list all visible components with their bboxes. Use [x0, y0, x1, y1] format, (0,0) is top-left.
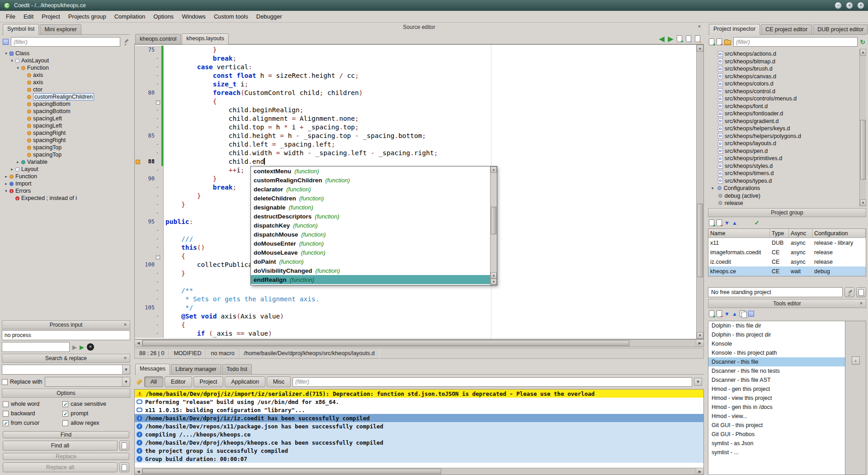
completion-item[interactable]: dispatchMouse(function): [251, 230, 490, 239]
filter-editor-button[interactable]: Editor: [165, 376, 192, 387]
tool-item[interactable]: Hmod - gen this project: [708, 385, 845, 394]
file-tree-item[interactable]: Dsrc/kheops/controls/menus.d: [708, 95, 866, 103]
message-row[interactable]: i/home/basile/Dev/dproj/kheops/kheops.ce…: [135, 438, 703, 446]
tree-expand-icon[interactable]: ▸: [9, 167, 15, 171]
maximize-icon[interactable]: +: [846, 2, 853, 9]
scroll-right-icon[interactable]: ▶: [696, 468, 703, 475]
tab-project-inspector[interactable]: Project inspector: [709, 24, 760, 35]
menu-custom-tools[interactable]: Custom tools: [210, 12, 252, 21]
file-tree-item[interactable]: Dsrc/kheops/canvas.d: [708, 73, 866, 81]
message-row[interactable]: icompiling /.../kheops/kheops.ce: [135, 430, 703, 438]
completion-item[interactable]: doMouseLeave(function): [251, 248, 490, 257]
symbol-tree-item[interactable]: ▸Variable: [2, 158, 130, 166]
file-tree-item[interactable]: Dsrc/kheops/actions.d: [708, 50, 866, 58]
project-row[interactable]: iz.coeditCEasyncrelease: [708, 257, 866, 266]
tool-item[interactable]: symlist - as Json: [708, 439, 845, 448]
add-folder-icon[interactable]: [724, 40, 731, 45]
completion-item[interactable]: deleteChildren(function): [251, 194, 490, 203]
replace-all-scope-icon[interactable]: [119, 462, 129, 472]
file-tree-item[interactable]: Dsrc/kheops/colors.d: [708, 80, 866, 88]
find-button[interactable]: Find: [3, 431, 129, 438]
scrollbar-thumb[interactable]: [491, 207, 496, 235]
go-back-icon[interactable]: ◀: [659, 35, 665, 42]
scrollbar-thumb[interactable]: [860, 120, 866, 180]
file-tree-item[interactable]: Dsrc/kheops/layouts.d: [708, 140, 866, 147]
code-line[interactable]: 88 child.end: [135, 157, 696, 166]
checkbox-icon[interactable]: [62, 420, 68, 426]
add-project-icon[interactable]: [709, 219, 714, 226]
tree-expand-icon[interactable]: ▸: [3, 181, 9, 186]
inspector-filter-input[interactable]: [733, 37, 858, 47]
remove-project-icon[interactable]: [717, 219, 722, 226]
tree-collapse-icon[interactable]: ▾: [710, 186, 715, 190]
project-row[interactable]: kheops.ceCEwaitdebug: [708, 266, 866, 276]
chevron-down-icon[interactable]: ▼: [122, 377, 130, 386]
configurations-node[interactable]: ▾⚙Configurations: [708, 185, 866, 192]
code-line[interactable]: · child.beginRealign;: [135, 106, 696, 114]
symbol-tree-item[interactable]: spacingBottom: [2, 100, 130, 108]
tool-item[interactable]: Dscanner - this file AST: [708, 375, 845, 385]
move-project-up-icon[interactable]: ▲: [732, 220, 737, 226]
tree-collapse-icon[interactable]: ▾: [3, 189, 9, 193]
menu-project[interactable]: Project: [38, 12, 64, 21]
menu-debugger[interactable]: Debugger: [252, 12, 286, 21]
move-project-down-icon[interactable]: ▼: [724, 220, 730, 226]
tree-expand-icon[interactable]: ▸: [15, 160, 21, 164]
tab-kheops-control[interactable]: kheops.control: [135, 34, 181, 44]
message-row[interactable]: !/home/basile/Dev/dproj/iz/import/iz/ser…: [135, 390, 703, 398]
file-tree-item[interactable]: Dsrc/kheops/helpers/keys.d: [708, 125, 866, 133]
symbol-tree-item[interactable]: spacingTop: [2, 144, 130, 151]
code-line[interactable]: 105 */: [135, 304, 696, 312]
close-search-panel-icon[interactable]: ×: [122, 355, 128, 361]
scroll-up-icon[interactable]: ▲: [491, 272, 497, 279]
file-tree-item[interactable]: Dsrc/kheops/control.d: [708, 88, 866, 95]
tab-dub-project-editor[interactable]: DUB project editor: [813, 24, 868, 34]
tool-item[interactable]: Git GUI - Phobos: [708, 430, 845, 439]
completion-item[interactable]: contextMenu(function): [251, 166, 490, 176]
send-input-icon[interactable]: ▶: [72, 344, 77, 351]
column-header-async[interactable]: Async: [789, 229, 812, 238]
tool-item[interactable]: Git GUI - this project: [708, 421, 845, 430]
file-tree-item[interactable]: Dsrc/kheops/helpers/polygons.d: [708, 133, 866, 140]
move-tool-down-icon[interactable]: ▼: [724, 311, 730, 317]
menu-options[interactable]: Options: [149, 12, 178, 21]
configuration-item[interactable]: ⚙release: [708, 200, 866, 206]
symbol-tree-item[interactable]: ▾Class: [2, 50, 130, 57]
completion-item[interactable]: designable(function): [251, 203, 490, 212]
code-line[interactable]: · if (_axis == value): [135, 329, 696, 338]
scroll-down-icon[interactable]: ▼: [860, 200, 866, 206]
completion-scrollbar[interactable]: ▲ ▲ ▼: [490, 166, 497, 285]
completion-item[interactable]: customRealignChildren(function): [251, 176, 490, 185]
option-backward[interactable]: backward: [3, 410, 61, 417]
kill-process-icon[interactable]: ×: [87, 343, 94, 351]
project-row[interactable]: imageformats.coeditCEasyncrelease: [708, 247, 866, 257]
code-line[interactable]: 85 child.height = h - _spacing.top - _sp…: [135, 132, 696, 140]
scroll-left-icon[interactable]: ◀: [135, 468, 142, 475]
symbol-tree-item[interactable]: ▾!Errors: [2, 187, 130, 195]
code-line[interactable]: · @Set void axis(Axis value): [135, 312, 696, 321]
message-row[interactable]: i/home/basile/Dev/dproj/iz/iz.coedit has…: [135, 414, 703, 422]
refresh-icon[interactable]: ↻: [860, 38, 865, 46]
message-row[interactable]: i/home/basile/Dev/repos/x11/package.json…: [135, 422, 703, 430]
option-allow-regex[interactable]: allow regex: [62, 420, 129, 426]
file-tree-item[interactable]: Dsrc/kheops/fontloader.d: [708, 110, 866, 118]
column-header-configuration[interactable]: Configuration: [812, 229, 866, 238]
symbol-tree-item[interactable]: ▾AxisLayout: [2, 57, 130, 64]
replace-button[interactable]: Replace: [3, 453, 129, 460]
go-forward-icon[interactable]: ▶: [668, 35, 673, 42]
message-row[interactable]: iGroup build duration: 00:00:07: [135, 455, 703, 463]
messages-filter-input[interactable]: [292, 377, 692, 387]
symbol-options-icon[interactable]: [3, 39, 9, 45]
code-line[interactable]: · break;: [135, 54, 696, 63]
file-tree-item[interactable]: Dsrc/kheops/bitmap.d: [708, 58, 866, 66]
expand-pane-icon[interactable]: ›: [852, 356, 860, 365]
completion-item[interactable]: endRealign(function): [251, 275, 490, 284]
checkbox-icon[interactable]: ✓: [62, 401, 68, 407]
build-group-icon[interactable]: ✓: [755, 219, 760, 226]
symbol-tree-item[interactable]: spacingLeft: [2, 115, 130, 122]
completion-item[interactable]: doPaint(function): [251, 257, 490, 266]
symbol-tree-item[interactable]: axis: [2, 79, 130, 86]
fold-icon[interactable]: –: [156, 255, 160, 259]
code-line[interactable]: · child.left = _spacing.left;: [135, 140, 696, 149]
tab-library-manager[interactable]: Library manager: [171, 364, 221, 374]
